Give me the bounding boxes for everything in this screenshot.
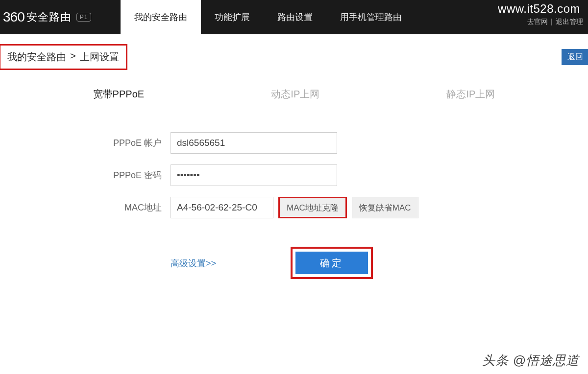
breadcrumb: 我的安全路由 > 上网设置 [0, 44, 127, 70]
tab-my-router[interactable]: 我的安全路由 [121, 0, 201, 34]
main-tabs: 我的安全路由 功能扩展 路由设置 用手机管理路由 [121, 0, 416, 34]
link-advanced-settings[interactable]: 高级设置>> [171, 257, 216, 269]
label-mac: MAC地址 [98, 202, 162, 213]
watermark-url: www.it528.com [498, 2, 580, 16]
confirm-highlight-box: 确定 [291, 247, 373, 279]
top-navigation: 360 安全路由 P1 我的安全路由 功能扩展 路由设置 用手机管理路由 www… [0, 0, 588, 34]
connection-type-tabs: 宽带PPPoE 动态IP上网 静态IP上网 [0, 73, 588, 108]
label-password: PPPoE 密码 [98, 169, 162, 181]
link-separator: | [551, 18, 553, 26]
tab-extensions[interactable]: 功能扩展 [201, 0, 264, 34]
button-confirm[interactable]: 确定 [295, 252, 368, 274]
label-account: PPPoE 帐户 [98, 137, 162, 149]
pppoe-form: PPPoE 帐户 PPPoE 密码 MAC地址 MAC地址克隆 恢复缺省MAC … [98, 132, 490, 279]
row-password: PPPoE 密码 [98, 164, 490, 186]
link-official-site[interactable]: 去官网 [527, 18, 548, 26]
tab-router-settings[interactable]: 路由设置 [264, 0, 326, 34]
input-password[interactable] [171, 164, 337, 186]
brand-logo-prefix: 360 [3, 9, 24, 25]
breadcrumb-sep: > [70, 50, 76, 64]
input-account[interactable] [171, 132, 337, 154]
back-button[interactable]: 返回 [562, 49, 588, 65]
subtab-static-ip[interactable]: 静态IP上网 [441, 84, 501, 105]
brand-model-badge: P1 [76, 13, 92, 22]
tab-mobile-manage[interactable]: 用手机管理路由 [326, 0, 416, 34]
breadcrumb-bar: 我的安全路由 > 上网设置 返回 [0, 34, 588, 73]
row-account: PPPoE 帐户 [98, 132, 490, 154]
top-right-links: 去官网 | 退出管理 [527, 18, 583, 26]
row-mac: MAC地址 MAC地址克隆 恢复缺省MAC [98, 197, 490, 218]
breadcrumb-current: 上网设置 [80, 50, 119, 64]
button-mac-restore[interactable]: 恢复缺省MAC [352, 197, 418, 218]
button-mac-clone[interactable]: MAC地址克隆 [278, 197, 347, 218]
link-logout[interactable]: 退出管理 [556, 18, 583, 26]
brand-name: 安全路由 [26, 10, 72, 24]
subtab-pppoe[interactable]: 宽带PPPoE [87, 84, 150, 105]
brand-block: 360 安全路由 P1 [0, 9, 101, 25]
breadcrumb-root[interactable]: 我的安全路由 [7, 50, 66, 64]
footer-credit: 头条 @悟途思道 [482, 352, 579, 369]
subtab-dynamic-ip[interactable]: 动态IP上网 [265, 84, 325, 105]
input-mac[interactable] [171, 197, 273, 218]
